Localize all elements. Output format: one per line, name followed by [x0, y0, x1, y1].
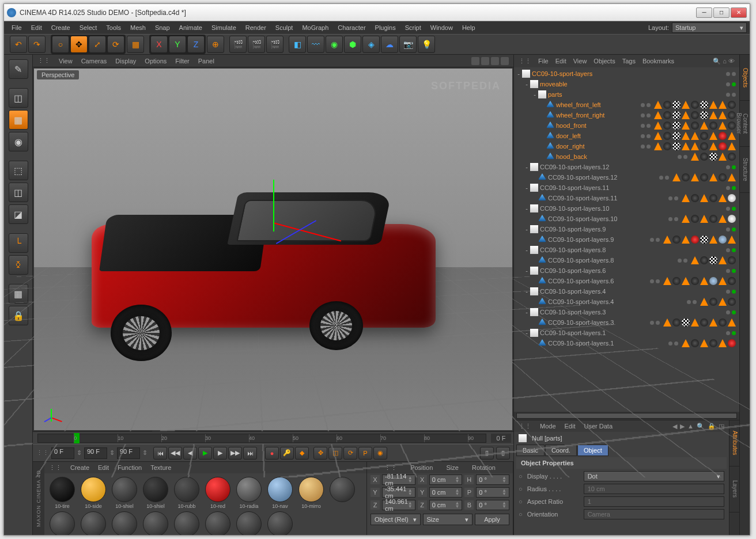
visibility-dot[interactable]: [726, 331, 730, 335]
menu-file[interactable]: File: [7, 22, 27, 33]
viewport-toggle-icon[interactable]: [501, 57, 509, 65]
tag-wht[interactable]: [728, 215, 736, 223]
tag-dark[interactable]: [719, 173, 727, 181]
visibility-dot[interactable]: [674, 341, 678, 346]
menu-render[interactable]: Render: [241, 22, 271, 33]
tag-tri[interactable]: [682, 277, 690, 285]
tag-red[interactable]: [719, 132, 727, 140]
material-item[interactable]: [266, 511, 294, 535]
visibility-dot[interactable]: [647, 113, 651, 117]
rot-P-input[interactable]: 0 °▲▼: [476, 487, 509, 498]
move-tool[interactable]: ✥: [70, 36, 88, 53]
visibility-dot[interactable]: [641, 124, 645, 128]
tag-tri[interactable]: [663, 236, 671, 244]
tag-dark[interactable]: [691, 194, 699, 202]
tag-red[interactable]: [728, 339, 736, 347]
tag-tri[interactable]: [728, 173, 736, 181]
tag-tri[interactable]: [682, 236, 690, 244]
edge-mode-button[interactable]: ◫: [9, 183, 28, 202]
visibility-dot[interactable]: [656, 279, 660, 283]
visibility-dot[interactable]: [659, 176, 663, 180]
home-icon[interactable]: ⌂: [723, 58, 727, 65]
grip-icon[interactable]: ⋮⋮: [37, 57, 50, 64]
tag-dark[interactable]: [700, 256, 708, 264]
tag-tri[interactable]: [719, 101, 727, 109]
tag-tri[interactable]: [663, 318, 671, 327]
menu-mograph[interactable]: MoGraph: [297, 22, 333, 33]
material-10-nav[interactable]: 10-nav: [266, 477, 294, 509]
tag-dark[interactable]: [672, 236, 681, 244]
tag-tri[interactable]: [709, 111, 717, 119]
visibility-dot[interactable]: [647, 134, 651, 138]
material-item[interactable]: [203, 511, 232, 535]
material-10-tire[interactable]: 10-tire: [48, 477, 77, 509]
om-menu-tags[interactable]: Tags: [622, 58, 636, 64]
tag-dark[interactable]: [700, 142, 708, 150]
coord-system-button[interactable]: ⊕: [207, 36, 224, 53]
close-button[interactable]: ✕: [731, 7, 747, 18]
tag-dark[interactable]: [663, 132, 671, 140]
tag-chk[interactable]: [672, 132, 681, 140]
tag-tri[interactable]: [691, 153, 699, 161]
tag-dark[interactable]: [691, 277, 699, 285]
tag-tri[interactable]: [682, 215, 690, 223]
tag-dark[interactable]: [728, 101, 736, 109]
visibility-dot[interactable]: [732, 331, 736, 335]
tag-dark[interactable]: [709, 215, 717, 223]
scale-tool[interactable]: ⤢: [89, 36, 106, 53]
rot-B-input[interactable]: 0 °▲▼: [476, 500, 509, 510]
tag-tri[interactable]: [700, 298, 708, 306]
menu-plugins[interactable]: Plugins: [371, 22, 400, 33]
tag-tri[interactable]: [700, 194, 708, 202]
tag-tri[interactable]: [682, 142, 690, 150]
visibility-dot[interactable]: [732, 93, 736, 97]
tag-tri[interactable]: [709, 132, 717, 140]
tree-item-CC09-10-sport-layers-8[interactable]: CC09-10-sport-layers.8: [515, 255, 738, 265]
tag-tri[interactable]: [700, 215, 708, 223]
expand-icon[interactable]: -: [523, 246, 530, 253]
tree-item-CC09-10-sport-layers-11[interactable]: -CC09-10-sport-layers.11: [515, 183, 738, 193]
tag-tri[interactable]: [709, 101, 717, 109]
tree-item-CC09-10-sport-layers-10[interactable]: CC09-10-sport-layers.10: [515, 214, 738, 224]
material-item[interactable]: [79, 511, 108, 535]
visibility-dot[interactable]: [650, 321, 654, 325]
visibility-dot[interactable]: [726, 82, 730, 86]
tag-chk[interactable]: [700, 101, 708, 109]
tag-dark[interactable]: [709, 122, 717, 130]
visibility-dot[interactable]: [647, 124, 651, 128]
maximize-button[interactable]: □: [713, 7, 729, 18]
tag-chk[interactable]: [672, 122, 681, 130]
y-axis-toggle[interactable]: Y: [169, 36, 186, 53]
tag-tri[interactable]: [682, 132, 690, 140]
polygon-mode-button[interactable]: ◪: [9, 204, 28, 224]
tag-dark[interactable]: [700, 153, 708, 161]
tag-dark[interactable]: [691, 339, 699, 347]
expand-icon[interactable]: -: [523, 164, 530, 170]
tree-item-wheel_front_left[interactable]: wheel_front_left: [515, 100, 738, 110]
visibility-dot[interactable]: [726, 290, 730, 294]
vp-menu-display[interactable]: Display: [115, 58, 136, 64]
eye-icon[interactable]: 👁: [728, 58, 735, 65]
add-light-button[interactable]: 💡: [418, 36, 435, 53]
visibility-dot[interactable]: [647, 103, 651, 107]
material-10-side[interactable]: 10-side: [79, 477, 108, 509]
tag-tri[interactable]: [709, 318, 717, 327]
visibility-dot[interactable]: [732, 310, 736, 314]
vp-menu-options[interactable]: Options: [145, 58, 167, 64]
visibility-dot[interactable]: [726, 310, 730, 314]
tag-tri[interactable]: [691, 132, 699, 140]
tag-dark[interactable]: [728, 111, 736, 119]
tree-item-door_right[interactable]: door_right: [515, 141, 738, 151]
tag-dark[interactable]: [728, 122, 736, 130]
tag-tri[interactable]: [709, 142, 717, 150]
minimize-button[interactable]: ─: [696, 7, 712, 18]
texture-mode-button[interactable]: ▦: [9, 110, 28, 130]
tag-tri[interactable]: [719, 122, 727, 130]
add-cube-button[interactable]: ◧: [289, 36, 306, 53]
tree-item-parts[interactable]: -parts: [515, 89, 738, 100]
tag-tri[interactable]: [691, 318, 699, 327]
tag-dark[interactable]: [672, 318, 681, 327]
tag-tri[interactable]: [719, 256, 727, 264]
tag-red[interactable]: [691, 236, 699, 244]
tag-tri[interactable]: [709, 236, 717, 244]
